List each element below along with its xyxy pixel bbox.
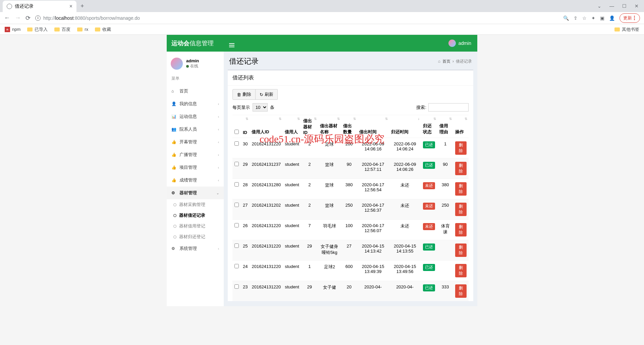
sidebar-item[interactable]: 👍项目管理‹: [167, 161, 224, 174]
close-tab-icon[interactable]: ×: [69, 3, 72, 9]
column-header[interactable]: 借出器材名称⇅: [318, 115, 341, 138]
site-info-icon[interactable]: i: [35, 15, 41, 21]
sidebar-item[interactable]: 👍开幕管理‹: [167, 136, 224, 148]
column-header[interactable]: 借用理由⇅: [437, 115, 453, 138]
sidebar-toggle[interactable]: [224, 40, 240, 47]
column-header[interactable]: 归还时间↓: [389, 115, 421, 138]
sidebar-item[interactable]: 👍广播管理‹: [167, 148, 224, 161]
row-delete-button[interactable]: 删除: [455, 203, 467, 216]
select-all-checkbox[interactable]: [234, 130, 239, 134]
new-tab-button[interactable]: +: [76, 3, 88, 10]
header-user[interactable]: admin: [448, 40, 477, 47]
row-checkbox[interactable]: [234, 182, 239, 187]
cell-reason: 90: [437, 158, 453, 179]
row-checkbox[interactable]: [234, 141, 239, 146]
sidebar-item[interactable]: 👤我的信息‹: [167, 97, 224, 110]
bookmark-star-icon[interactable]: ☆: [582, 15, 587, 21]
menu-icon: 👍: [171, 140, 177, 144]
row-checkbox[interactable]: [234, 264, 239, 268]
row-checkbox[interactable]: [234, 284, 239, 289]
reload-button[interactable]: ⟳: [25, 14, 31, 22]
sidebar-item-equipment[interactable]: ⚙ 器材管理 ⌄: [167, 187, 224, 199]
row-checkbox[interactable]: [234, 162, 239, 166]
cell-qty: 200: [341, 138, 357, 158]
sidebar-item[interactable]: 📊运动信息‹: [167, 110, 224, 123]
cell-reason: 体育课: [437, 220, 453, 240]
delete-button[interactable]: 🗑删除: [232, 89, 256, 100]
submenu-item[interactable]: 器材采购管理: [167, 199, 224, 210]
length-select[interactable]: 10: [253, 103, 268, 112]
sidebar-item-label: 器材管理: [179, 190, 197, 196]
row-delete-button[interactable]: 删除: [455, 141, 467, 155]
column-header[interactable]: ID⇅: [241, 115, 250, 138]
submenu-item[interactable]: 器材借还记录: [167, 210, 224, 221]
table-row: 25 201624131220 student 29 女子健身哑铃5kg 27 …: [232, 240, 469, 261]
box-title: 借还列表: [228, 70, 473, 86]
column-header[interactable]: 借用人⇅: [283, 115, 301, 138]
other-bookmarks[interactable]: 其他书签: [614, 26, 639, 32]
datatable-controls: 每页显示 10 条 搜索:: [228, 103, 473, 115]
column-header[interactable]: 借出器材ID⇅: [301, 115, 318, 138]
column-header[interactable]: 操作⇅: [453, 115, 469, 138]
zoom-icon[interactable]: 🔍: [563, 15, 569, 21]
sidebar-item[interactable]: 👥院系人员‹: [167, 123, 224, 136]
maximize-icon[interactable]: ☐: [622, 3, 627, 9]
cell-ename: 篮球: [318, 199, 341, 220]
forward-button[interactable]: →: [15, 14, 21, 21]
minimize-icon[interactable]: —: [609, 3, 614, 9]
logo[interactable]: 运动会信息管理: [167, 39, 224, 47]
row-delete-button[interactable]: 删除: [455, 244, 467, 257]
cell-user: student: [283, 179, 301, 199]
column-header[interactable]: 归还状态⇅: [421, 115, 437, 138]
submenu-item[interactable]: 器材归还登记: [167, 231, 224, 242]
close-window-icon[interactable]: ✕: [635, 3, 639, 9]
cell-rtime: 未还: [389, 199, 421, 220]
row-checkbox[interactable]: [234, 203, 239, 207]
browser-tab[interactable]: 借还记录 ×: [3, 1, 76, 12]
submenu-item[interactable]: 器材借用登记: [167, 221, 224, 231]
bookmark-npm[interactable]: nnpm: [5, 27, 20, 32]
row-delete-button[interactable]: 删除: [455, 223, 467, 236]
share-icon[interactable]: ⇪: [574, 15, 578, 21]
sidebar-item[interactable]: ⌂首页: [167, 85, 224, 97]
cell-uid: 201624131280: [250, 179, 283, 199]
bookmark-rx[interactable]: rx: [77, 27, 88, 32]
row-checkbox[interactable]: [234, 244, 239, 248]
bookmark-fav[interactable]: 收藏: [95, 26, 111, 32]
profile-icon[interactable]: 👤: [609, 15, 615, 21]
cell-ename: 羽毛球: [318, 220, 341, 240]
column-header[interactable]: 借用人ID⇅: [250, 115, 283, 138]
cell-rtime: 未还: [389, 179, 421, 199]
trash-icon: 🗑: [237, 92, 241, 97]
row-delete-button[interactable]: 删除: [455, 264, 467, 277]
circle-icon: [173, 225, 176, 228]
column-header[interactable]: 借出时间⇅: [357, 115, 389, 138]
row-checkbox[interactable]: [234, 223, 239, 227]
cell-uid: 201624131220: [250, 261, 283, 281]
chevron-left-icon: ‹: [218, 247, 219, 251]
back-button[interactable]: ←: [4, 14, 10, 21]
dropdown-icon[interactable]: ⌄: [597, 3, 601, 9]
url-box[interactable]: i http://localhost:8080/sports/borrow/ma…: [35, 15, 558, 21]
column-header[interactable]: [232, 115, 241, 138]
bookmark-baidu[interactable]: 百度: [54, 26, 70, 32]
sidebar-item[interactable]: 👍成绩管理‹: [167, 174, 224, 187]
extensions-icon[interactable]: ✦: [591, 15, 595, 21]
row-delete-button[interactable]: 删除: [455, 162, 467, 175]
sidebar-item[interactable]: ⚙系统管理‹: [167, 242, 224, 255]
breadcrumb-home[interactable]: 首页: [442, 59, 450, 64]
menu-icon: 📊: [171, 114, 177, 119]
status-badge: 未还: [423, 223, 435, 230]
row-delete-button[interactable]: 删除: [455, 182, 467, 196]
menu-icon: ⚙: [171, 246, 177, 251]
bookmark-imported[interactable]: 已导入: [27, 26, 48, 32]
update-button[interactable]: 更新: [620, 13, 640, 23]
cell-btime: 2020-04-15 13:49:39: [357, 261, 389, 281]
folder-icon: [54, 27, 60, 31]
cell-id: 26: [241, 220, 250, 240]
search-input[interactable]: [428, 103, 469, 112]
refresh-button[interactable]: ↻刷新: [256, 89, 278, 100]
column-header[interactable]: 借出数量⇅: [341, 115, 357, 138]
row-delete-button[interactable]: 删除: [455, 284, 467, 298]
sidepanel-icon[interactable]: ▣: [600, 15, 604, 21]
